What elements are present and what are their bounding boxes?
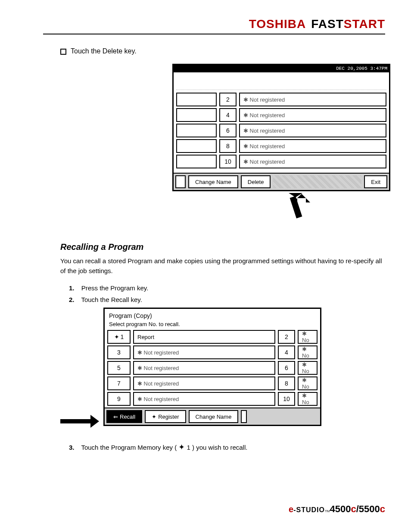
page-header: TOSHIBA FASTSTART [43,17,385,34]
recall-arrow-icon: ⇐ [113,414,118,420]
row-label: Report [133,330,275,344]
row-label: ✱ Not registered [239,108,386,122]
row-label: ✱ Not registered [133,376,275,390]
brand-fast: FAST [311,17,344,31]
row-label: ✱ Not registered [239,155,386,168]
spacer-button[interactable] [175,175,186,188]
svg-rect-2 [290,196,302,218]
arrow-delete-icon [284,193,385,225]
program-row-7[interactable]: 7 ✱ Not registered 8 ✱ No [107,376,318,390]
screen1-row-4[interactable]: 4 ✱ Not registered [176,108,386,122]
screenshot-recall: Program (Copy) Select program No. to rec… [103,308,321,426]
screen1-row-10[interactable]: 10 ✱ Not registered [176,155,386,168]
footer-e: e [289,504,293,514]
row-num: 10 [278,392,295,406]
row-num: 6 [219,124,237,137]
step-3-text-post: ) you wish to recall. [192,444,247,451]
footer-model2: 5500 [359,504,380,515]
spacer-button[interactable] [241,410,247,423]
screen1-datetime: DEC 20,2005 3:47PM [174,65,389,72]
row-label: ✱ Not registered [239,93,386,106]
screen2-subtitle: Select program No. to recall. [107,320,318,330]
row-label: ✱ No [298,392,318,406]
row-label: ✱ Not registered [133,345,275,359]
screen1-row-8[interactable]: 8 ✱ Not registered [176,139,386,153]
svg-marker-4 [90,415,99,428]
change-name-button[interactable]: Change Name [189,410,239,423]
section-body: You can recall a stored Program and make… [60,256,385,276]
footer-c2: c [380,504,385,515]
section-heading: Recalling a Program [60,242,385,252]
exit-button[interactable]: Exit [364,175,387,188]
step-3-text-pre: Touch the Program Memory key ( [81,444,177,451]
step-3-text-mid: 1 [187,444,190,451]
row-num: 5 [107,361,131,375]
program-row-9[interactable]: 9 ✱ Not registered 10 ✱ No [107,392,318,406]
row-label: ✱ Not registered [239,139,386,153]
change-name-button[interactable]: Change Name [188,175,238,188]
step-3: 3. Touch the Program Memory key ( ✦ 1 ) … [69,442,385,452]
row-num: 2 [278,330,295,344]
row-num: 8 [219,139,237,153]
screen1-row-2[interactable]: 2 ✱ Not registered [176,93,386,106]
row-label: ✱ No [298,345,318,359]
row-num: 2 [219,93,237,106]
row-num: 4 [219,108,237,122]
arrow-recall-icon [60,415,99,429]
page-footer: e -STUDIO TM 4500 c / 5500 c [43,504,385,515]
register-button[interactable]: ✦ Register [145,410,186,423]
row-label: ✱ No [298,376,318,390]
brand-toshiba: TOSHIBA [249,17,306,31]
step-1-num: 1. [69,284,75,292]
bullet-icon [60,49,66,55]
screen2-title: Program (Copy) [107,311,318,320]
step-2-num: 2. [69,296,75,303]
row-label: ✱ No [298,330,318,344]
row-num: 10 [219,155,237,168]
row-num: 7 [107,376,131,390]
enter-icon: ✦ [114,333,119,340]
program-row-3[interactable]: 3 ✱ Not registered 4 ✱ No [107,345,318,359]
footer-tm: TM [325,509,330,513]
register-arrow-icon: ✦ [152,414,156,420]
step-delete-text: Touch the Delete key. [71,47,137,55]
program-row-1[interactable]: ✦1 Report 2 ✱ No [107,330,318,344]
footer-c1: c [351,504,356,515]
delete-button[interactable]: Delete [241,175,271,188]
step-3-num: 3. [69,444,75,451]
svg-rect-3 [60,419,90,423]
row-num: 6 [278,361,295,375]
program-row-5[interactable]: 5 ✱ Not registered 6 ✱ No [107,361,318,375]
row-label: ✱ Not registered [133,392,275,406]
footer-model1: 4500 [330,504,351,515]
step-2-text: Touch the Recall key. [81,296,142,303]
screenshot-delete: DEC 20,2005 3:47PM 2 ✱ Not registered 4 … [172,64,390,191]
recall-button[interactable]: ⇐ Recall [106,410,142,423]
row-label: ✱ Not registered [133,361,275,375]
row-num: 4 [278,345,295,359]
enter-icon: ✦ [178,443,185,451]
brand-start: START [344,17,385,31]
row-num: ✦1 [107,330,131,344]
footer-studio: -STUDIO [293,506,325,514]
step-delete: Touch the Delete key. [60,47,385,55]
row-num: 9 [107,392,131,406]
step-1: 1. Press the Program key. [69,284,385,292]
screen1-row-6[interactable]: 6 ✱ Not registered [176,124,386,137]
step-1-text: Press the Program key. [81,284,149,292]
step-2: 2. Touch the Recall key. [69,296,385,303]
row-label: ✱ No [298,361,318,375]
row-num: 8 [278,376,295,390]
row-num: 3 [107,345,131,359]
row-label: ✱ Not registered [239,124,386,137]
